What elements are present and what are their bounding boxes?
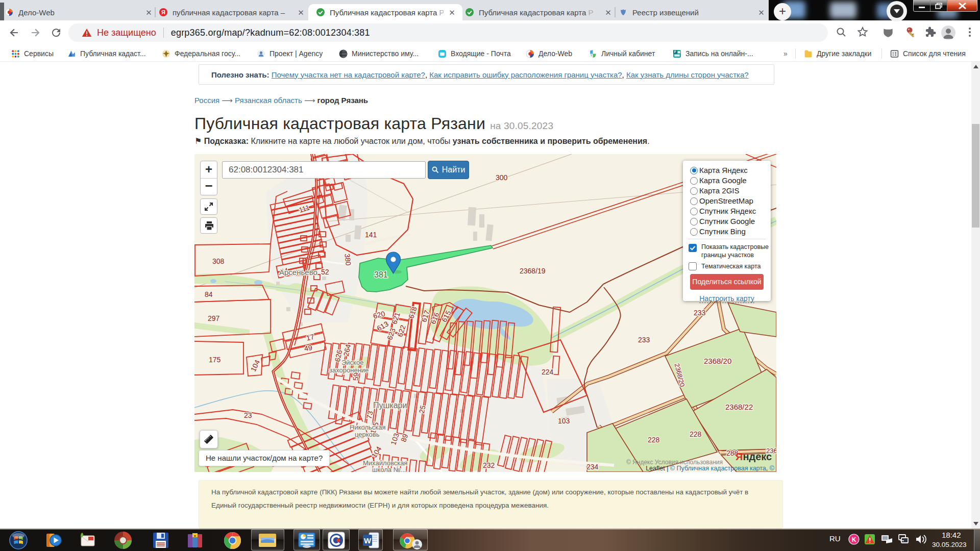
svg-text:233: 233 [638,336,650,344]
svg-text:52: 52 [321,268,329,276]
svg-text:K: K [852,536,856,543]
svg-text:школа №...: школа №... [372,466,406,472]
svg-text:церковь: церковь [355,431,380,438]
svg-text:49: 49 [304,343,313,353]
svg-text:234: 234 [586,463,599,471]
svg-text:Никольская: Никольская [350,423,386,431]
svg-text:228: 228 [690,430,702,438]
svg-text:W: W [364,536,372,545]
svg-text:308: 308 [212,257,225,265]
svg-text:228: 228 [648,436,660,444]
svg-text:2368/20: 2368/20 [704,357,731,365]
svg-text:300: 300 [496,173,508,182]
svg-text:2368/19: 2368/19 [520,267,546,275]
svg-text:380: 380 [343,253,353,266]
svg-text:224: 224 [542,368,554,376]
svg-text:Leaflet | © Публичная кадастро: Leaflet | © Публичная кадастровая карта,… [646,465,775,472]
svg-text:297: 297 [208,314,220,322]
svg-text:Я: Я [161,9,165,15]
svg-text:175: 175 [209,356,221,364]
svg-text:Пушкари: Пушкари [373,401,407,410]
svg-text:2368/2: 2368/2 [766,447,776,455]
svg-text:103: 103 [558,417,570,425]
svg-text:233: 233 [694,309,706,317]
svg-text:захоронение: захоронение [329,366,369,374]
svg-text:Арсеньево: Арсеньево [279,268,317,277]
svg-text:141: 141 [365,231,377,239]
svg-text:232: 232 [483,461,495,469]
svg-text:84: 84 [205,290,213,298]
svg-text:Эйское: Эйское [341,359,363,366]
svg-text:381: 381 [374,270,388,279]
svg-text:F: F [674,50,676,54]
svg-text:2368/22: 2368/22 [725,403,753,411]
svg-text:23: 23 [244,411,252,419]
